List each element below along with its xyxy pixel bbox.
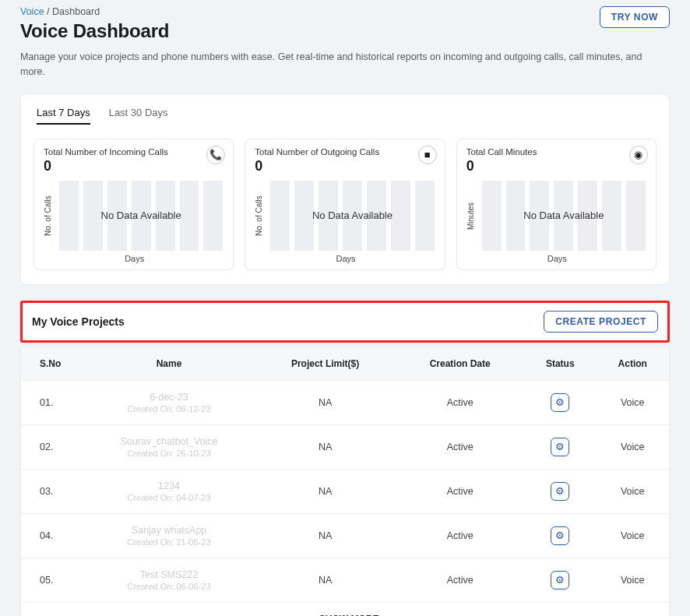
stat-value: 0: [466, 158, 648, 174]
stat-card: Total Call Minutes0◉MinutesNo Data Avail…: [456, 139, 657, 270]
projects-title: My Voice Projects: [32, 315, 125, 328]
chart-nodata: No Data Available: [268, 181, 436, 251]
stat-value: 0: [44, 158, 225, 174]
projects-table-card: S.No Name Project Limit($) Creation Date…: [20, 347, 670, 617]
stat-card: Total Number of Incoming Calls0📞No. of C…: [33, 139, 234, 270]
cell-status: ⚙: [524, 469, 596, 513]
project-created: Created On: 26-10-23: [90, 449, 248, 458]
table-row: 04.Sanjay whatsAppCreated On: 21-06-23NA…: [21, 513, 669, 558]
projects-table: S.No Name Project Limit($) Creation Date…: [21, 347, 669, 602]
cell-status: ⚙: [524, 424, 596, 469]
stat-card: Total Number of Outgoing Calls0■No. of C…: [245, 139, 445, 270]
stat-title: Total Number of Outgoing Calls: [255, 147, 436, 157]
disc-icon: ◉: [629, 146, 648, 164]
cell-status: ⚙: [524, 558, 596, 602]
cell-sno: 04.: [21, 513, 83, 558]
page-root: Voice / Dashboard Voice Dashboard TRY NO…: [0, 0, 690, 616]
col-date: Creation Date: [396, 347, 524, 381]
show-more-button[interactable]: + SHOW MORE: [21, 602, 669, 617]
cell-date: Active: [396, 558, 524, 602]
col-name: Name: [83, 347, 255, 381]
chart-xlabel: Days: [255, 254, 436, 263]
cell-status: ⚙: [524, 380, 596, 424]
projects-header: My Voice Projects CREATE PROJECT: [20, 301, 670, 343]
stat-title: Total Number of Incoming Calls: [44, 147, 225, 157]
create-project-button[interactable]: CREATE PROJECT: [544, 311, 658, 333]
stat-value: 0: [255, 158, 436, 174]
page-title: Voice Dashboard: [20, 20, 169, 42]
cell-limit: NA: [255, 558, 396, 602]
cell-name: Sourav_chatbot_VoiceCreated On: 26-10-23: [83, 424, 255, 469]
chart-ylabel: No. of Calls: [255, 181, 263, 251]
try-now-button[interactable]: TRY NOW: [600, 6, 670, 28]
phone-icon: 📞: [206, 146, 225, 164]
cell-date: Active: [396, 424, 524, 469]
chart-xlabel: Days: [44, 254, 225, 263]
projects-section: My Voice Projects CREATE PROJECT S.No Na…: [20, 301, 670, 617]
cell-name: Test SMS222Created On: 06-06-23: [83, 558, 255, 602]
cell-sno: 01.: [21, 380, 83, 424]
cell-date: Active: [396, 469, 524, 513]
chart-nodata: No Data Available: [57, 181, 225, 251]
cell-limit: NA: [255, 469, 396, 513]
table-row: 03.1234Created On: 04-07-23NAActive⚙Voic…: [21, 469, 669, 513]
project-name: Sanjay whatsApp: [90, 525, 248, 536]
col-sno: S.No: [21, 347, 83, 381]
status-gear-button[interactable]: ⚙: [551, 571, 569, 590]
col-action: Action: [596, 347, 669, 381]
project-created: Created On: 06-06-23: [90, 582, 248, 591]
stat-chart: No. of CallsNo Data Available: [255, 181, 436, 251]
range-tabs: Last 7 Days Last 30 Days: [37, 107, 657, 125]
project-created: Created On: 06-12-23: [90, 404, 248, 414]
table-header-row: S.No Name Project Limit($) Creation Date…: [21, 347, 669, 381]
gear-icon: ⚙: [555, 396, 565, 408]
stat-chart: MinutesNo Data Available: [466, 181, 648, 251]
breadcrumb-root-link[interactable]: Voice: [20, 6, 44, 17]
page-description: Manage your voice projects and phone num…: [20, 50, 643, 79]
col-status: Status: [524, 347, 596, 381]
gear-icon: ⚙: [555, 441, 565, 452]
status-gear-button[interactable]: ⚙: [551, 393, 569, 412]
gear-icon: ⚙: [555, 530, 565, 541]
status-gear-button[interactable]: ⚙: [551, 438, 569, 456]
cell-date: Active: [396, 513, 524, 558]
status-gear-button[interactable]: ⚙: [551, 526, 569, 545]
cell-status: ⚙: [524, 513, 596, 558]
topbar-left: Voice / Dashboard Voice Dashboard: [20, 3, 169, 50]
breadcrumb-current: Dashboard: [52, 6, 100, 17]
cell-name: 1234Created On: 04-07-23: [83, 469, 255, 513]
gear-icon: ⚙: [555, 485, 565, 497]
project-name: Test SMS222: [90, 569, 248, 580]
breadcrumb-sep: /: [44, 6, 52, 17]
chart-ylabel: Minutes: [466, 181, 475, 251]
cell-date: Active: [396, 380, 524, 424]
video-icon: ■: [418, 146, 437, 164]
chart-nodata: No Data Available: [480, 181, 648, 251]
stat-title: Total Call Minutes: [466, 147, 648, 157]
chart-area: No Data Available: [480, 181, 648, 251]
table-row: 01.6-dec-23Created On: 06-12-23NAActive⚙…: [21, 380, 669, 424]
topbar: Voice / Dashboard Voice Dashboard TRY NO…: [20, 3, 670, 50]
cell-limit: NA: [255, 424, 396, 469]
chart-area: No Data Available: [268, 181, 436, 251]
cell-sno: 02.: [21, 424, 83, 469]
status-gear-button[interactable]: ⚙: [551, 482, 569, 501]
chart-xlabel: Days: [466, 254, 648, 263]
cell-action: Voice: [596, 424, 669, 469]
stats-card: Last 7 Days Last 30 Days Total Number of…: [20, 93, 670, 285]
project-name: Sourav_chatbot_Voice: [90, 436, 248, 447]
stats-row: Total Number of Incoming Calls0📞No. of C…: [33, 139, 657, 270]
cell-sno: 03.: [21, 469, 83, 513]
tab-last-7-days[interactable]: Last 7 Days: [37, 107, 90, 125]
tab-last-30-days[interactable]: Last 30 Days: [109, 107, 168, 125]
table-row: 05.Test SMS222Created On: 06-06-23NAActi…: [21, 558, 669, 602]
cell-limit: NA: [255, 380, 396, 424]
cell-sno: 05.: [21, 558, 83, 602]
cell-name: 6-dec-23Created On: 06-12-23: [83, 380, 255, 424]
cell-action: Voice: [596, 513, 669, 558]
col-limit: Project Limit($): [255, 347, 396, 381]
cell-limit: NA: [255, 513, 396, 558]
project-created: Created On: 21-06-23: [90, 537, 248, 547]
project-name: 6-dec-23: [90, 392, 248, 403]
gear-icon: ⚙: [555, 574, 565, 586]
